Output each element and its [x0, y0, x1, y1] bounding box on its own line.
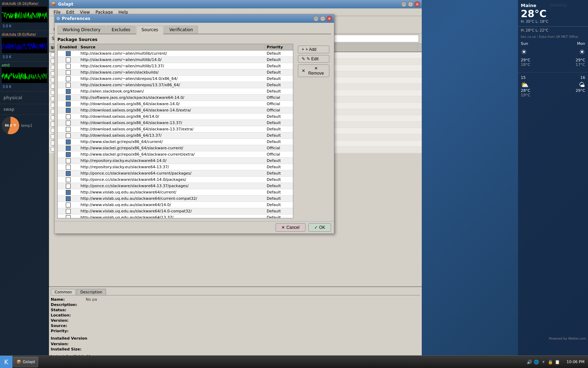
tab-verification[interactable]: Verification — [164, 26, 198, 34]
remove-source-button[interactable]: ✕ ✕ Remove — [298, 64, 329, 77]
tab-common[interactable]: Common — [51, 289, 76, 295]
tab-excludes[interactable]: Excludes — [106, 26, 135, 34]
source-row[interactable]: http://repository.slacky.eu/slackware64-… — [58, 158, 293, 164]
close-button[interactable]: × — [414, 1, 420, 7]
tray-icon-1[interactable]: 🔊 — [527, 359, 532, 365]
source-checkbox-unchecked — [66, 158, 71, 163]
date2: 16 — [580, 75, 585, 80]
weather-city: Maine — [521, 3, 585, 8]
minimize-button[interactable]: _ — [401, 1, 407, 7]
gslapt-icon: 📦 — [51, 2, 56, 7]
source-row[interactable]: http://repository.slacky.eu/slackware64-… — [58, 164, 293, 170]
mon-icon: ☀ — [579, 48, 585, 56]
source-row[interactable]: http://www.slackel.gr/repo/x86_64/slackw… — [58, 151, 293, 158]
source-url-cell: http://repository.slacky.eu/slackware64-… — [79, 165, 265, 169]
source-priority-cell: Default — [265, 89, 293, 94]
sources-title: Package Sources — [57, 37, 331, 42]
source-row[interactable]: http://download.salixos.org/x86_64/slack… — [58, 101, 293, 107]
source-row[interactable]: http://slackware.com/~alien/multilib/cur… — [58, 50, 293, 57]
source-row[interactable]: http://slackware.com/~alien/sbrepos/14.0… — [58, 76, 293, 82]
source-url-cell: http://www.vislab.uq.edu.au/slackware64/… — [79, 203, 265, 207]
sources-scrollable[interactable]: http://slackware.com/~alien/multilib/cur… — [57, 50, 293, 218]
source-priority-cell: Default — [265, 209, 293, 213]
source-row[interactable]: http://ponce.cc/slackware/slackware64-14… — [58, 177, 293, 183]
source-url-cell: http://slackware.com/~alien/multilib/cur… — [79, 51, 265, 56]
source-url-cell: http://download.salixos.org/x86_64/slack… — [79, 108, 265, 113]
source-priority-cell: Default — [265, 127, 293, 131]
cancel-icon: ✕ — [281, 225, 285, 230]
start-button[interactable]: K — [0, 356, 13, 368]
source-row[interactable]: http://www.vislab.uq.edu.au/slackware64/… — [58, 196, 293, 202]
source-priority-cell: Default — [265, 171, 293, 176]
eth-label: eth0 — [2, 63, 47, 67]
source-row[interactable]: http://download.salixos.org/x86_64/13.37… — [58, 132, 293, 139]
taskbar-item-gslapt[interactable]: 📦 Gslapt — [13, 357, 38, 367]
weather-high-low: H: 30°C L: 18°C — [521, 20, 585, 23]
day4-high: 29°C — [576, 88, 585, 93]
source-row[interactable]: http://www.vislab.uq.edu.au/slackware64/… — [58, 208, 293, 214]
physical-label: physical — [2, 93, 47, 102]
cancel-button[interactable]: ✕ Cancel — [275, 223, 305, 232]
add-icon: + — [302, 47, 304, 52]
source-row[interactable]: http://download.salixos.org/x86_64/slack… — [58, 120, 293, 126]
temp-value: 84.0 °F — [5, 124, 16, 127]
source-checkbox-checked — [66, 51, 71, 56]
add-source-button[interactable]: + + Add — [298, 46, 329, 53]
forecast-next: 15 16 ⛅ 🌤 28°C 29°C 19°C — [518, 72, 588, 100]
source-row[interactable]: http://slackware.com/~alien/multilib/13.… — [58, 63, 293, 69]
source-checkbox-unchecked — [66, 70, 71, 75]
source-enabled-cell — [58, 139, 79, 144]
tray-icon-3[interactable]: ⚡ — [541, 359, 546, 365]
tray-icon-5[interactable]: 📋 — [555, 359, 560, 365]
source-checkbox-unchecked — [66, 57, 71, 62]
physical-section: physical — [0, 91, 49, 104]
source-row[interactable]: http://www.vislab.uq.edu.au/slackware64/… — [58, 189, 293, 196]
source-priority-cell: Default — [265, 215, 293, 218]
dialog-maximize[interactable]: □ — [320, 16, 326, 21]
dialog-titlebar[interactable]: ⚙ Preferences _ □ × — [55, 14, 334, 23]
source-row[interactable]: http://www.vislab.uq.edu.au/slackware64/… — [58, 214, 293, 218]
tab-description[interactable]: Description — [77, 289, 106, 295]
disk2-label: disk/sda (8:0)/Rate/ — [2, 33, 47, 36]
dialog-title-icon: ⚙ — [56, 16, 60, 21]
tab-sources[interactable]: Sources — [136, 26, 163, 34]
source-checkbox-checked — [66, 139, 71, 144]
edit-source-button[interactable]: ✎ ✎ Edit — [298, 55, 329, 63]
source-enabled-cell — [58, 51, 79, 56]
source-enabled-cell — [58, 152, 79, 157]
source-row[interactable]: http://download.salixos.org/x86_64/14.0/… — [58, 114, 293, 120]
source-row[interactable]: http://ponce.cc/slackware/slackware64-cu… — [58, 170, 293, 177]
source-row[interactable]: http://www.vislab.uq.edu.au/slackware64/… — [58, 202, 293, 208]
source-enabled-cell — [58, 146, 79, 151]
source-url-cell: http://download.salixos.org/x86_64/slack… — [79, 121, 265, 125]
gslapt-titlebar[interactable]: 📦 Gslapt _ □ × — [49, 0, 422, 8]
maximize-button[interactable]: □ — [408, 1, 413, 7]
source-enabled-cell — [58, 177, 79, 182]
source-checkbox-unchecked — [66, 215, 71, 219]
source-row[interactable]: http://alien.slackbook.org/ktown/ Defaul… — [58, 88, 293, 95]
sun-icon: ☀ — [521, 48, 527, 56]
disk1-graph — [2, 7, 47, 22]
source-row[interactable]: http://slackware.com/~alien/sbrepos/13.3… — [58, 82, 293, 88]
source-enabled-cell — [58, 89, 79, 94]
source-priority-cell: Official — [265, 146, 293, 150]
source-row[interactable]: http://www.slackel.gr/repo/x86_64/curren… — [58, 139, 293, 145]
source-row[interactable]: http://download.salixos.org/x86_64/slack… — [58, 107, 293, 114]
source-row[interactable]: http://slackware.com/~alien/multilib/14.… — [58, 57, 293, 63]
tray-icon-2[interactable]: 🌐 — [534, 359, 539, 365]
source-row[interactable]: http://ponce.cc/slackware/slackware64-13… — [58, 183, 293, 189]
ok-button[interactable]: ✓ OK — [308, 223, 331, 232]
dialog-minimize[interactable]: _ — [313, 16, 319, 21]
info-name: Name: No pa — [51, 297, 420, 302]
source-row[interactable]: http://download.salixos.org/x86_64/slack… — [58, 126, 293, 132]
taskbar-tray: 🔊 🌐 ⚡ 🔒 📋 — [524, 359, 563, 365]
source-row[interactable]: http://slackware.com/~alien/slackbuilds/… — [58, 69, 293, 76]
bottom-panel: Common Description Name: No pa Descripti… — [49, 286, 422, 356]
tab-working-directory[interactable]: Working Directory — [57, 26, 106, 34]
temp-label: temp1 — [21, 124, 33, 128]
weather-high: H: 30°C — [521, 20, 534, 23]
dialog-close[interactable]: × — [327, 16, 332, 21]
tray-icon-4[interactable]: 🔒 — [548, 359, 553, 365]
source-row[interactable]: http://software.jaos.org/slackpacks/slac… — [58, 95, 293, 101]
source-row[interactable]: http://www.slackel.gr/repo/x86_64/slackw… — [58, 145, 293, 151]
